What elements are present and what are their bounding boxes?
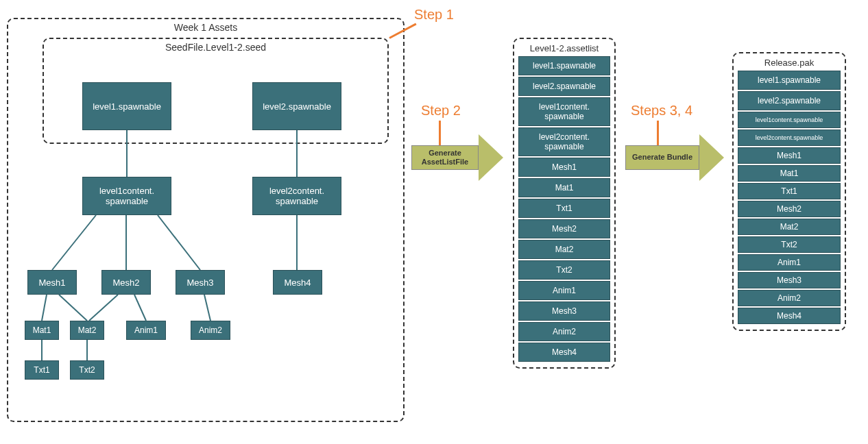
release-item: Mesh1 — [738, 147, 841, 164]
node-mesh1: Mesh1 — [27, 270, 77, 295]
release-item: Mat2 — [738, 219, 841, 235]
step2-line — [439, 121, 441, 145]
node-mesh2: Mesh2 — [101, 270, 151, 295]
assetlist-item: level1content. spawnable — [518, 97, 610, 126]
release-item: level1content.spawnable — [738, 112, 841, 128]
step34-label: Steps 3, 4 — [631, 103, 692, 119]
release-title: Release.pak — [738, 58, 841, 68]
diagram-container: Week 1 Assets SeedFile.Level1-2.seed lev… — [0, 0, 868, 444]
step1-label: Step 1 — [414, 7, 454, 23]
assetlist-item: level2.spawnable — [518, 77, 610, 96]
release-item: Mat1 — [738, 165, 841, 182]
node-txt1: Txt1 — [25, 360, 59, 380]
release-box: Release.pak level1.spawnablelevel2.spawn… — [732, 52, 846, 331]
assetlist-item: Anim1 — [518, 281, 610, 300]
assetlist-item: Mesh2 — [518, 219, 610, 238]
node-level2: level2.spawnable — [252, 82, 341, 130]
node-level1: level1.spawnable — [82, 82, 171, 130]
assetlist-item: Txt1 — [518, 199, 610, 218]
node-level2content: level2content. spawnable — [252, 177, 341, 215]
seedfile-title: SeedFile.Level1-2.seed — [44, 39, 387, 56]
assetlist-item: Mat1 — [518, 178, 610, 197]
assetlist-title: Level1-2.assetlist — [518, 43, 610, 53]
assetlist-item: Anim2 — [518, 322, 610, 341]
release-item: level1.spawnable — [738, 71, 841, 90]
release-item: Txt1 — [738, 183, 841, 199]
release-item: Mesh3 — [738, 272, 841, 288]
node-mesh3: Mesh3 — [176, 270, 225, 295]
node-txt2: Txt2 — [70, 360, 104, 380]
release-item: Anim2 — [738, 290, 841, 306]
assetlist-item: Mat2 — [518, 240, 610, 259]
week1-title: Week 1 Assets — [8, 19, 403, 36]
assetlist-item: Mesh3 — [518, 301, 610, 321]
node-anim1: Anim1 — [126, 321, 166, 340]
step2-label: Step 2 — [421, 103, 461, 119]
node-level1content: level1content. spawnable — [82, 177, 171, 215]
node-mesh4: Mesh4 — [273, 270, 322, 295]
assetlist-item: Mesh4 — [518, 343, 610, 362]
step34-line — [657, 121, 659, 145]
release-item: Mesh2 — [738, 201, 841, 217]
arrow-generate-bundle: Generate Bundle — [625, 145, 699, 170]
assetlist-item: level1.spawnable — [518, 56, 610, 75]
release-item: Mesh4 — [738, 308, 841, 324]
arrow-generate-assetlist-head — [479, 134, 503, 181]
release-item: level2content.spawnable — [738, 130, 841, 146]
release-item: level2.spawnable — [738, 91, 841, 110]
assetlist-box: Level1-2.assetlist level1.spawnablelevel… — [513, 38, 616, 369]
node-mat2: Mat2 — [70, 321, 104, 340]
release-item: Txt2 — [738, 236, 841, 253]
node-mat1: Mat1 — [25, 321, 59, 340]
release-item: Anim1 — [738, 254, 841, 271]
node-anim2: Anim2 — [191, 321, 230, 340]
assetlist-item: level2content. spawnable — [518, 127, 610, 156]
arrow-generate-bundle-head — [699, 134, 724, 181]
assetlist-item: Mesh1 — [518, 158, 610, 177]
arrow-generate-assetlist: Generate AssetListFile — [411, 145, 479, 170]
assetlist-item: Txt2 — [518, 260, 610, 280]
